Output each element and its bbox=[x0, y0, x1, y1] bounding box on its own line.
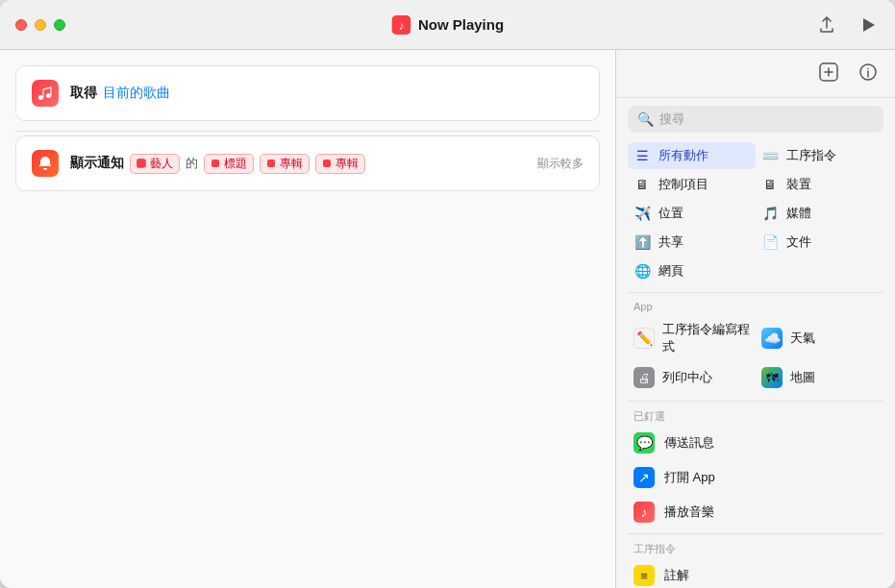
category-documents[interactable]: 📄 文件 bbox=[756, 229, 883, 256]
play-button[interactable] bbox=[857, 13, 880, 37]
category-all-actions-label: 所有動作 bbox=[659, 147, 709, 164]
category-controls[interactable]: 🖥 控制項目 bbox=[628, 171, 756, 198]
share-cat-icon: ⬆️ bbox=[634, 234, 651, 250]
app-maps[interactable]: 🗺 地圖 bbox=[756, 362, 883, 393]
print-center-icon: 🖨 bbox=[634, 367, 655, 388]
script-editor-label: 工序指令編寫程式 bbox=[662, 321, 750, 355]
comment-label: 註解 bbox=[664, 567, 689, 584]
play-music-icon: ♪ bbox=[634, 502, 655, 523]
category-media[interactable]: 🎵 媒體 bbox=[756, 200, 883, 227]
devices-icon: 🖥 bbox=[761, 177, 779, 192]
action1-text: 取得 目前的歌曲 bbox=[70, 85, 584, 102]
pinned-play-music[interactable]: ♪ 播放音樂 bbox=[624, 495, 887, 529]
all-actions-icon: ☰ bbox=[634, 148, 651, 163]
category-shortcuts-label: 工序指令 bbox=[786, 147, 836, 164]
shortcuts-icon: ⌨️ bbox=[761, 148, 779, 163]
category-web-label: 網頁 bbox=[659, 262, 684, 280]
category-devices-label: 裝置 bbox=[786, 176, 811, 193]
category-shortcuts[interactable]: ⌨️ 工序指令 bbox=[756, 142, 883, 169]
svg-rect-4 bbox=[211, 159, 219, 167]
token-dot-artist bbox=[137, 159, 146, 168]
app-grid: ✏️ 工序指令編寫程式 ☁️ 天氣 🖨 列印中心 🗺 地圖 bbox=[616, 314, 895, 397]
token-album1: 專輯 bbox=[260, 154, 310, 174]
action1-label: 取得 bbox=[70, 85, 97, 102]
info-button[interactable] bbox=[853, 61, 883, 88]
traffic-lights bbox=[15, 19, 65, 31]
open-app-label: 打開 App bbox=[664, 469, 715, 486]
maps-icon-box: 🗺 bbox=[761, 367, 783, 388]
category-media-label: 媒體 bbox=[786, 205, 811, 222]
left-panel: 取得 目前的歌曲 顯示通知 藝 bbox=[0, 50, 616, 588]
token-dot-title bbox=[211, 159, 220, 168]
info-icon bbox=[858, 62, 878, 82]
token-album2: 專輯 bbox=[315, 154, 365, 174]
app-script-editor[interactable]: ✏️ 工序指令編寫程式 bbox=[628, 316, 756, 360]
right-panel: 🔍 搜尋 ☰ 所有動作 ⌨️ 工序指令 🖥 控制項目 bbox=[616, 50, 895, 588]
maps-label: 地圖 bbox=[790, 369, 815, 386]
titlebar: ♪ Now Playing bbox=[0, 0, 895, 50]
app-section-label: App bbox=[616, 297, 895, 314]
show-more-label[interactable]: 顯示較多 bbox=[537, 156, 584, 172]
maximize-button[interactable] bbox=[54, 19, 65, 31]
shortcuts-section-label: 工序指令 bbox=[616, 538, 895, 558]
comment-icon: ≡ bbox=[634, 565, 655, 586]
category-share[interactable]: ⬆️ 共享 bbox=[628, 229, 756, 256]
category-documents-label: 文件 bbox=[786, 233, 811, 251]
titlebar-center: ♪ Now Playing bbox=[391, 15, 504, 35]
search-bar[interactable]: 🔍 搜尋 bbox=[628, 106, 883, 133]
right-panel-scroll[interactable]: 🔍 搜尋 ☰ 所有動作 ⌨️ 工序指令 🖥 控制項目 bbox=[616, 98, 895, 588]
share-icon bbox=[818, 16, 835, 34]
titlebar-actions bbox=[814, 12, 880, 37]
print-center-label: 列印中心 bbox=[662, 369, 712, 386]
app-print-center[interactable]: 🖨 列印中心 bbox=[628, 362, 756, 393]
category-controls-label: 控制項目 bbox=[659, 176, 709, 193]
add-shortcut-icon bbox=[818, 61, 839, 83]
media-icon: 🎵 bbox=[761, 206, 779, 221]
script-editor-icon: ✏️ bbox=[634, 328, 655, 349]
share-button[interactable] bbox=[814, 12, 839, 37]
action-card-notification[interactable]: 顯示通知 藝人 的 標題 bbox=[15, 135, 600, 191]
web-icon: 🌐 bbox=[634, 263, 651, 279]
play-music-label: 播放音樂 bbox=[664, 503, 714, 521]
pinned-open-app[interactable]: ↗ 打開 App bbox=[624, 460, 887, 495]
category-devices[interactable]: 🖥 裝置 bbox=[756, 171, 883, 198]
close-button[interactable] bbox=[15, 19, 27, 31]
shortcut-comment[interactable]: ≡ 註解 bbox=[624, 558, 887, 588]
action2-text: 顯示通知 藝人 的 標題 bbox=[70, 154, 584, 174]
svg-rect-6 bbox=[323, 159, 331, 167]
app-weather[interactable]: ☁️ 天氣 bbox=[756, 316, 883, 360]
add-to-dock-button[interactable] bbox=[812, 60, 845, 89]
notification-action-icon bbox=[32, 150, 59, 177]
token-separator-1: 的 bbox=[186, 155, 198, 172]
location-icon: ✈️ bbox=[634, 206, 651, 221]
categories-grid: ☰ 所有動作 ⌨️ 工序指令 🖥 控制項目 🖥 裝置 bbox=[616, 138, 895, 288]
action1-sublabel: 目前的歌曲 bbox=[103, 85, 170, 102]
pinned-list: 💬 傳送訊息 ↗ 打開 App ♪ 播放音樂 bbox=[616, 426, 895, 529]
search-placeholder: 搜尋 bbox=[659, 110, 684, 128]
messages-label: 傳送訊息 bbox=[664, 434, 714, 452]
category-location[interactable]: ✈️ 位置 bbox=[628, 200, 756, 227]
bell-icon bbox=[37, 156, 53, 171]
minimize-button[interactable] bbox=[35, 19, 46, 31]
weather-icon-box: ☁️ bbox=[761, 328, 783, 349]
controls-icon: 🖥 bbox=[634, 177, 651, 192]
right-panel-header bbox=[616, 50, 895, 98]
main-content: 取得 目前的歌曲 顯示通知 藝 bbox=[0, 50, 895, 588]
weather-label: 天氣 bbox=[790, 330, 815, 347]
messages-icon: 💬 bbox=[634, 432, 655, 453]
category-all-actions[interactable]: ☰ 所有動作 bbox=[628, 142, 756, 169]
app-icon: ♪ bbox=[391, 15, 410, 35]
action-card-get-song[interactable]: 取得 目前的歌曲 bbox=[15, 65, 600, 121]
svg-rect-3 bbox=[137, 159, 145, 167]
pinned-messages[interactable]: 💬 傳送訊息 bbox=[624, 426, 887, 460]
search-icon: 🔍 bbox=[637, 111, 654, 127]
svg-rect-5 bbox=[267, 159, 275, 167]
shortcuts-list: ≡ 註解 Q 顯示結果 ! 顯示提示 ? 要求輸入 bbox=[616, 558, 895, 588]
divider-1 bbox=[628, 292, 883, 293]
category-web[interactable]: 🌐 網頁 bbox=[628, 257, 756, 284]
music-note-icon bbox=[37, 86, 53, 101]
music-action-icon bbox=[32, 80, 59, 107]
svg-text:♪: ♪ bbox=[398, 19, 404, 33]
svg-marker-2 bbox=[863, 18, 875, 32]
divider bbox=[15, 131, 600, 132]
